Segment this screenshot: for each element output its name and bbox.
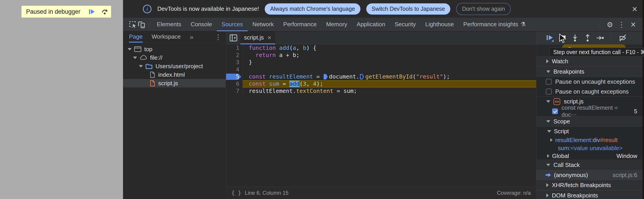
collapse-caret-icon[interactable] [550, 138, 552, 142]
tab-page[interactable]: Page [129, 32, 143, 42]
pretty-print-icon[interactable]: { } [232, 190, 241, 196]
inspect-element-icon[interactable] [128, 20, 137, 29]
code-text-line-2[interactable]: return a + b; [243, 52, 536, 59]
step-out-button[interactable] [583, 33, 592, 42]
pause-caught-row[interactable]: Pause on caught exceptions [536, 87, 643, 96]
gutter-line-6[interactable]: 6 [226, 80, 243, 87]
toggle-navigator-icon[interactable] [229, 34, 238, 42]
screen-edge-strip [642, 0, 644, 199]
code-text-line-5[interactable]: const resultElement = document.getElemen… [243, 73, 536, 80]
code-text-line-1[interactable]: function add(a, b) { [243, 44, 536, 52]
expand-caret-icon[interactable] [133, 56, 137, 59]
inline-breakpoint-candidate-icon[interactable] [360, 74, 364, 79]
tree-item-index-html[interactable]: index.html [123, 70, 226, 79]
pause-uncaught-checkbox[interactable] [546, 79, 552, 85]
code-text-line-4[interactable] [243, 66, 536, 73]
collapse-caret-icon[interactable] [546, 59, 549, 63]
tab-security[interactable]: Security [390, 18, 421, 31]
tree-label: script.js [158, 80, 178, 87]
devtools-toolbar: ElementsConsoleSourcesNetworkPerformance… [123, 18, 644, 31]
devtools-close-icon[interactable]: × [628, 19, 638, 30]
tab-performance[interactable]: Performance [279, 18, 322, 31]
navigator-more-options-icon[interactable]: ⋮ [215, 33, 222, 41]
inline-breakpoint-active-icon[interactable] [324, 74, 328, 79]
expand-caret-icon[interactable] [546, 120, 550, 123]
deactivate-breakpoints-button[interactable] [618, 33, 627, 42]
switch-to-japanese-button[interactable]: Switch DevTools to Japanese [366, 3, 450, 14]
section-dom-breakpoints[interactable]: DOM Breakpoints [536, 190, 643, 199]
scope-global-row[interactable]: Global Window [536, 152, 643, 160]
section-call-stack[interactable]: Call Stack [536, 160, 643, 170]
flask-icon: ⚗ [520, 21, 526, 28]
gutter-line-2[interactable]: 2 [226, 52, 243, 59]
expand-caret-icon[interactable] [546, 100, 550, 103]
expand-caret-icon[interactable] [546, 70, 550, 73]
collapse-caret-icon[interactable] [546, 183, 549, 187]
tab-elements[interactable]: Elements [152, 18, 186, 31]
tree-label: file:// [150, 54, 162, 61]
expand-caret-icon[interactable] [546, 164, 550, 166]
js-file-icon [149, 80, 156, 87]
gutter-line-4[interactable]: 4 [226, 66, 243, 73]
breakpoint-file-label: script.js [564, 98, 584, 105]
expand-caret-icon[interactable] [128, 48, 132, 50]
call-stack-frame[interactable]: (anonymous) script.js:6 [536, 170, 643, 180]
step-into-button[interactable] [570, 33, 580, 42]
code-text-line-7[interactable]: resultElement.textContent = sum; [243, 87, 536, 95]
code-text-line-6[interactable]: const sum = add(3, 4); [243, 80, 536, 87]
tab-sources[interactable]: Sources [217, 18, 248, 31]
dont-show-again-button[interactable]: Don't show again [456, 3, 511, 15]
pause-uncaught-row[interactable]: Pause on uncaught exceptions [536, 77, 643, 87]
toggle-device-toolbar-icon[interactable] [137, 20, 146, 29]
more-tabs-icon[interactable]: » [190, 33, 194, 41]
settings-gear-icon[interactable]: ⚙ [605, 20, 615, 29]
breakpoint-gutter-line-5[interactable]: 5 [226, 73, 243, 80]
code-text-line-3[interactable]: } [243, 59, 536, 66]
tab-application[interactable]: Application [352, 18, 390, 31]
expand-caret-icon[interactable] [139, 65, 143, 67]
tree-item-script-js[interactable]: script.js [123, 79, 226, 87]
tree-item-top[interactable]: top [123, 45, 226, 53]
section-xhr-breakpoints[interactable]: XHR/fetch Breakpoints [536, 180, 643, 190]
code-editor: 1function add(a, b) {2 return a + b;3}45… [226, 44, 536, 187]
mouse-cursor [559, 34, 567, 43]
section-label: Call Stack [554, 162, 580, 169]
code-line-4: 4 [226, 66, 536, 73]
tab-lighthouse[interactable]: Lighthouse [420, 18, 458, 31]
tab-close-icon[interactable]: × [268, 34, 272, 41]
step-button[interactable] [596, 33, 605, 42]
gutter-line-1[interactable]: 1 [226, 44, 243, 52]
gutter-line-7[interactable]: 7 [226, 87, 243, 95]
tree-item-file-origin[interactable]: file:// [123, 53, 226, 62]
expand-caret-icon[interactable] [547, 130, 551, 133]
tab-memory[interactable]: Memory [321, 18, 352, 31]
editor-tab-script-js[interactable]: script.js × [240, 32, 275, 44]
section-watch[interactable]: Watch [536, 56, 643, 66]
more-options-icon[interactable]: ⋮ [616, 20, 626, 29]
toolbar-right-cluster: ⚙ ⋮ × [596, 19, 638, 30]
tree-item-project-folder[interactable]: Users/user/project [123, 62, 226, 70]
scope-var-resultelement[interactable]: resultElement: div#result [536, 136, 643, 144]
section-label: Scope [554, 118, 570, 125]
resume-script-execution-button[interactable] [545, 33, 554, 42]
tab-workspace[interactable]: Workspace [152, 32, 181, 42]
collapse-caret-icon[interactable] [546, 194, 549, 198]
pause-caught-checkbox[interactable] [546, 89, 552, 94]
step-over-button-page[interactable] [98, 6, 111, 17]
code-line-5: 5const resultElement = document.getEleme… [226, 73, 536, 80]
scope-var-sum[interactable]: sum: <value unavailable> [536, 144, 643, 152]
breakpoint-enabled-checkbox[interactable] [552, 108, 558, 114]
breakpoint-entry[interactable]: const resultElement = doc⋯ 5 [536, 106, 643, 116]
section-breakpoints[interactable]: Breakpoints [536, 66, 643, 77]
collapse-caret-icon[interactable] [547, 154, 550, 158]
infobar-close-icon[interactable]: × [632, 5, 637, 13]
scope-script-row[interactable]: Script [536, 127, 643, 136]
tab-network[interactable]: Network [248, 18, 278, 31]
always-match-language-button[interactable]: Always match Chrome's language [265, 3, 360, 14]
file-tree: top file:// Users/user/p [123, 43, 226, 87]
resume-script-button[interactable] [85, 6, 98, 17]
cloud-icon [139, 54, 148, 61]
tab-performance-insights[interactable]: Performance insights⚗ [458, 18, 530, 31]
tab-console[interactable]: Console [186, 18, 216, 31]
gutter-line-3[interactable]: 3 [226, 59, 243, 66]
